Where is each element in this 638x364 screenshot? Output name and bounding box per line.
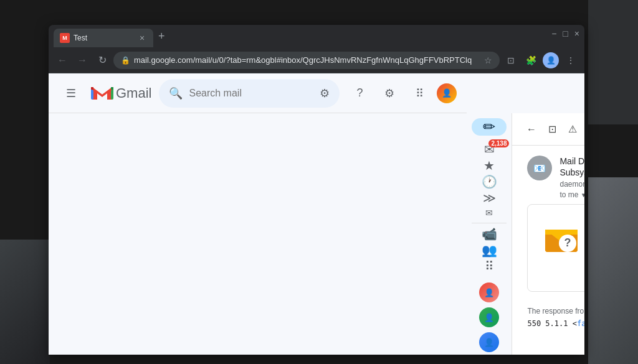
new-tab-button[interactable]: + xyxy=(153,30,170,43)
active-tab[interactable]: M Test × xyxy=(54,29,153,47)
response-label: The response from the remote server was: xyxy=(527,307,584,315)
browser-window: M Test × + − □ × ← → ↻ 🔒 mail.google.com… xyxy=(49,25,584,355)
bg-decoration-top-right xyxy=(588,0,638,124)
left-sidebar: ✏ ✉ 2,138 ★ 🕐 ≫ ✉ xyxy=(467,113,512,355)
settings-button[interactable]: ⚙ xyxy=(377,81,402,106)
address-bar: ← → ↻ 🔒 mail.google.com/mail/u/0/?tab=rm… xyxy=(49,47,584,73)
help-button[interactable]: ? xyxy=(347,81,372,106)
sidebar-avatars: 👤 👤 👤 xyxy=(472,280,507,355)
email-toolbar: ← ⊡ ⚠ 🗑 ✉ 🕐 ↗ 🏷 ⋮ 25 of 4,634 ‹ › xyxy=(512,113,584,146)
sent-icon: ✉ xyxy=(485,208,493,218)
bookmark-star-icon[interactable]: ☆ xyxy=(484,55,492,65)
video-icon: 📹 xyxy=(482,226,497,241)
sender-avatar: 📧 xyxy=(527,156,552,180)
security-lock-icon: 🔒 xyxy=(121,56,130,65)
extension-icon[interactable]: 🧩 xyxy=(522,52,540,69)
avatar-icon-2: 👤 xyxy=(479,307,499,327)
email-content-pane: ← ⊡ ⚠ 🗑 ✉ 🕐 ↗ 🏷 ⋮ 25 of 4,634 ‹ › xyxy=(512,113,584,355)
response-code-prefix: 550 5.1.1 < xyxy=(527,319,576,328)
address-not-found-icon: ? xyxy=(543,220,580,257)
avatar-icon-3: 👤 xyxy=(479,332,499,352)
sidebar-item-starred[interactable]: ★ xyxy=(472,158,507,173)
more-apps-icon: ⠿ xyxy=(485,259,494,274)
avatar-icon-1: 👤 xyxy=(479,282,499,302)
svg-rect-2 xyxy=(91,87,93,90)
recipient-text: to me xyxy=(559,190,578,199)
user-avatar: 👤 xyxy=(543,52,559,68)
error-icon-box: ? xyxy=(543,220,580,257)
maximize-button[interactable]: □ xyxy=(563,29,568,39)
url-text: mail.google.com/mail/u/0/?tab=rm&ogbl#in… xyxy=(134,55,480,65)
sidebar-item-meet-video[interactable]: 📹 xyxy=(472,226,507,241)
sidebar-item-mail[interactable]: ✉ 2,138 xyxy=(472,142,507,157)
compose-plus-icon: ✏ xyxy=(483,118,495,136)
gmail-m-logo xyxy=(91,85,113,102)
sidebar-item-snoozed[interactable]: 🕐 xyxy=(472,174,507,189)
sidebar-item-sent[interactable]: ✉ xyxy=(472,207,507,219)
report-spam-button[interactable]: ⚠ xyxy=(564,119,582,139)
tab-favicon: M xyxy=(60,33,70,43)
hamburger-menu-button[interactable]: ☰ xyxy=(59,81,83,106)
browser-toolbar-icons: ⊡ 🧩 👤 ⋮ xyxy=(502,52,579,69)
search-filter-icon[interactable]: ⚙ xyxy=(320,86,330,100)
sidebar-avatar-3[interactable]: 👤 xyxy=(472,330,507,355)
star-nav-icon: ★ xyxy=(483,158,495,173)
sender-name: Mail Delivery Subsystem xyxy=(559,156,584,177)
compose-button[interactable]: ✏ xyxy=(472,118,507,136)
profile-picture[interactable]: 👤 xyxy=(437,83,457,103)
tab-close-button[interactable]: × xyxy=(137,33,147,43)
bg-decoration-left xyxy=(0,240,50,364)
email-body-scroll[interactable]: 📧 Mail Delivery Subsystem <mailer-daemon… xyxy=(512,146,584,355)
sender-row: 📧 Mail Delivery Subsystem <mailer-daemon… xyxy=(527,156,584,199)
gmail-container: ☰ Gmail 🔍 ⚙ ? xyxy=(49,73,584,355)
refresh-button[interactable]: ↻ xyxy=(93,52,111,69)
more-options-button[interactable]: ⋮ xyxy=(562,52,579,69)
contacts-icon: 👥 xyxy=(482,243,497,258)
recipient-line[interactable]: to me ▼ xyxy=(559,190,584,199)
tab-bar: M Test × + − □ × xyxy=(49,25,584,47)
cast-icon[interactable]: ⊡ xyxy=(502,52,520,69)
sender-name-line: Mail Delivery Subsystem <mailer-daemon@g… xyxy=(559,156,584,189)
search-icon: 🔍 xyxy=(169,86,183,100)
response-email-link[interactable]: fatima@addictivetips.com xyxy=(577,319,584,328)
svg-rect-3 xyxy=(111,87,113,90)
gmail-header: ☰ Gmail 🔍 ⚙ ? xyxy=(49,73,467,113)
sidebar-avatar-2[interactable]: 👤 xyxy=(472,305,507,330)
server-response-section: The response from the remote server was:… xyxy=(527,307,584,328)
svg-text:?: ? xyxy=(564,236,571,249)
close-window-button[interactable]: × xyxy=(574,29,579,39)
tab-title: Test xyxy=(74,34,133,42)
forward-button[interactable]: → xyxy=(74,52,91,69)
back-button[interactable]: ← xyxy=(54,52,71,69)
apps-button[interactable]: ⠿ xyxy=(407,81,432,106)
clock-icon: 🕐 xyxy=(482,174,497,189)
gmail-text-label: Gmail xyxy=(116,85,151,101)
recipient-expand-icon: ▼ xyxy=(581,192,584,198)
profile-button[interactable]: 👤 xyxy=(542,52,559,69)
header-right-icons: ? ⚙ ⠿ 👤 xyxy=(347,81,457,106)
gmail-main: ✏ ✉ 2,138 ★ 🕐 ≫ ✉ xyxy=(467,73,584,355)
sidebar-item-contacts[interactable]: 👥 xyxy=(472,243,507,258)
gmail-logo: Gmail xyxy=(91,85,151,102)
svg-rect-7 xyxy=(545,230,578,235)
minimize-button[interactable]: − xyxy=(551,29,556,39)
important-icon: ≫ xyxy=(483,190,496,205)
response-code: 550 5.1.1 <fatima@addictivetips.com> Use… xyxy=(527,319,584,328)
sidebar-item-more[interactable]: ⠿ xyxy=(472,259,507,274)
bg-decoration-right xyxy=(588,177,638,364)
search-input[interactable] xyxy=(189,88,313,99)
window-controls: − □ × xyxy=(551,29,579,39)
back-to-inbox-button[interactable]: ← xyxy=(522,119,540,139)
error-card: ? Address not found Your message wasn't … xyxy=(527,204,584,292)
unread-count-badge: 2,138 xyxy=(488,139,509,147)
sidebar-item-important[interactable]: ≫ xyxy=(472,190,507,205)
sender-info: Mail Delivery Subsystem <mailer-daemon@g… xyxy=(559,156,584,199)
url-bar[interactable]: 🔒 mail.google.com/mail/u/0/?tab=rm&ogbl#… xyxy=(113,52,500,69)
archive-button[interactable]: ⊡ xyxy=(543,119,561,139)
sidebar-avatar-1[interactable]: 👤 xyxy=(472,280,507,305)
search-bar[interactable]: 🔍 ⚙ xyxy=(159,79,340,108)
